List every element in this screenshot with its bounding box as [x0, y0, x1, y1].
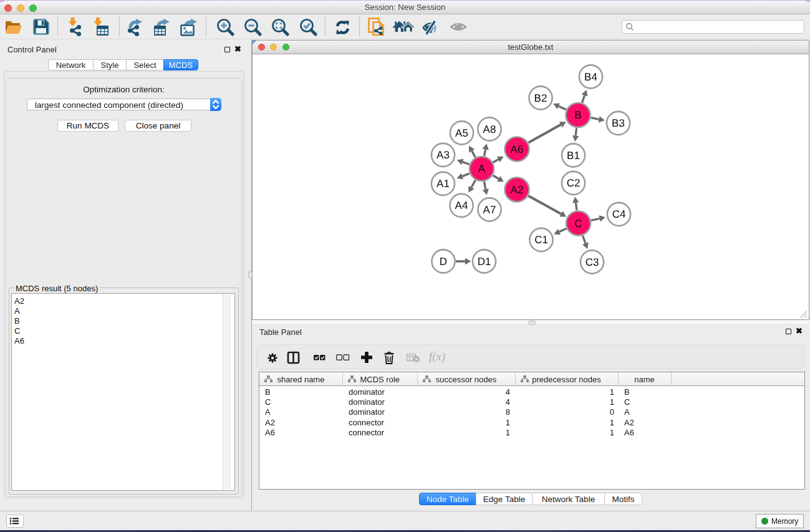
svg-text:A6: A6 [511, 143, 524, 155]
svg-text:B2: B2 [534, 92, 547, 104]
svg-text:C3: C3 [586, 256, 599, 268]
svg-text:C: C [574, 218, 582, 230]
svg-text:C1: C1 [534, 234, 548, 246]
svg-text:A1: A1 [436, 178, 450, 190]
svg-text:A: A [478, 163, 486, 175]
svg-text:A8: A8 [483, 123, 496, 135]
svg-text:A5: A5 [455, 127, 468, 139]
svg-text:D: D [440, 256, 447, 268]
svg-text:A3: A3 [436, 149, 450, 161]
svg-text:A7: A7 [483, 204, 496, 216]
svg-text:A2: A2 [511, 184, 524, 196]
svg-text:B4: B4 [584, 71, 597, 83]
svg-text:D1: D1 [478, 256, 491, 268]
svg-text:B1: B1 [567, 150, 580, 162]
svg-text:B3: B3 [612, 117, 625, 129]
svg-text:A4: A4 [455, 200, 468, 211]
svg-text:C2: C2 [567, 177, 581, 189]
svg-text:B: B [574, 109, 581, 121]
svg-text:C4: C4 [612, 208, 626, 220]
